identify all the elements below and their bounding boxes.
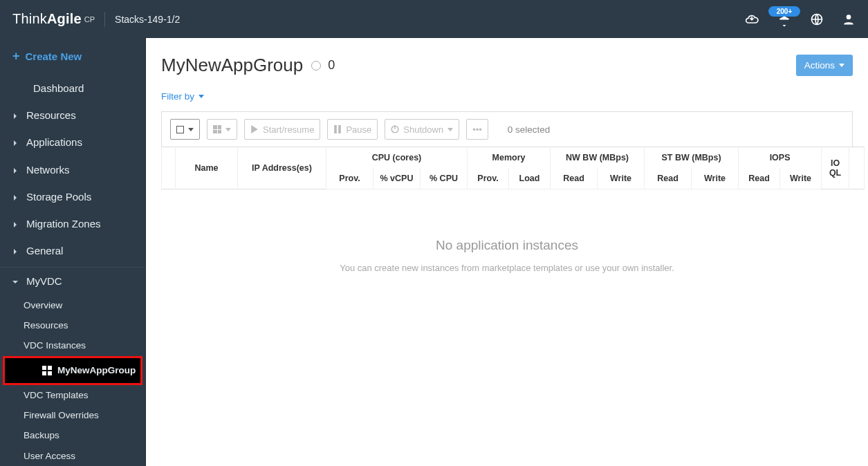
svg-point-1: [847, 15, 851, 19]
sidebar-sub-resources[interactable]: Resources: [0, 315, 145, 335]
brand-separator: [104, 12, 105, 27]
col-vcpu[interactable]: % vCPU: [373, 168, 421, 189]
chevron-down-icon: [839, 64, 844, 67]
chevron-right-icon: [12, 109, 18, 121]
chevron-down-icon: [225, 128, 231, 131]
sidebar-sub-overview[interactable]: Overview: [0, 295, 145, 315]
user-icon[interactable]: [842, 12, 856, 26]
app-group-icon: [42, 366, 52, 375]
col-ip[interactable]: IP Address(es): [238, 147, 326, 189]
start-resume-button[interactable]: Start/resume: [244, 119, 320, 140]
brand: ThinkAgile CP: [12, 11, 95, 27]
pause-icon: [333, 125, 342, 133]
sidebar-sub-user-access[interactable]: User Access: [0, 446, 145, 466]
col-mem-load[interactable]: Load: [509, 168, 551, 189]
play-icon: [250, 125, 259, 133]
col-pcpu[interactable]: % CPU: [421, 168, 468, 189]
select-all-checkbox-dropdown[interactable]: [170, 119, 200, 140]
plus-icon: +: [12, 49, 20, 64]
chevron-right-icon: [12, 245, 18, 257]
brand-text: ThinkAgile: [12, 11, 82, 27]
chevron-right-icon: [12, 191, 18, 203]
notifications-button[interactable]: 200+: [777, 12, 792, 27]
page-title: MyNewAppGroup: [161, 55, 303, 76]
create-new-label: Create New: [26, 50, 82, 62]
power-icon: [391, 125, 399, 133]
brand-suffix: CP: [84, 15, 95, 24]
bell-icon: [777, 15, 791, 28]
ellipsis-icon: •••: [472, 124, 482, 135]
sidebar: + Create New Dashboard Resources Applica…: [0, 38, 146, 466]
chevron-right-icon: [12, 218, 18, 230]
col-iops-read[interactable]: Read: [739, 168, 780, 189]
col-name[interactable]: Name: [176, 147, 238, 189]
top-header: ThinkAgile CP Stacks-149-1/2 200+: [0, 0, 868, 38]
col-group-nwbw: NW BW (MBps): [551, 147, 645, 169]
sidebar-item-dashboard[interactable]: Dashboard: [0, 75, 145, 102]
status-indicator-icon: [311, 61, 321, 71]
col-ioql[interactable]: IO QL: [822, 147, 849, 189]
sidebar-item-resources[interactable]: Resources: [0, 102, 145, 129]
svg-rect-3: [395, 125, 396, 129]
header-icons: 200+: [745, 12, 856, 27]
highlight-box: MyNewAppGroup: [3, 356, 142, 385]
chevron-down-icon: [198, 95, 204, 98]
col-nw-read[interactable]: Read: [551, 168, 598, 189]
col-st-read[interactable]: Read: [645, 168, 692, 189]
page-header: MyNewAppGroup 0 Actions: [161, 55, 853, 76]
chevron-right-icon: [12, 136, 18, 148]
instance-count: 0: [328, 58, 335, 73]
col-mem-prov[interactable]: Prov.: [468, 168, 509, 189]
sidebar-sub-backups[interactable]: Backups: [0, 425, 145, 445]
sidebar-item-applications[interactable]: Applications: [0, 129, 145, 156]
sidebar-item-storage-pools[interactable]: Storage Pools: [0, 183, 145, 210]
col-checkbox: [162, 147, 176, 189]
chevron-down-icon: [12, 275, 18, 287]
cloud-download-icon[interactable]: [745, 12, 759, 26]
empty-title: No application instances: [161, 238, 853, 253]
col-group-cpu: CPU (cores): [326, 147, 468, 169]
sidebar-item-migration-zones[interactable]: Migration Zones: [0, 210, 145, 237]
instances-table: Name IP Address(es) CPU (cores) Memory N…: [161, 147, 865, 189]
sidebar-item-general[interactable]: General: [0, 237, 145, 264]
grid-icon: [213, 125, 221, 133]
create-new-button[interactable]: + Create New: [0, 38, 145, 75]
sidebar-sub-firewall-overrides[interactable]: Firewall Overrides: [0, 405, 145, 425]
chevron-down-icon: [447, 128, 453, 131]
selected-count: 0 selected: [508, 124, 551, 135]
col-iops-write[interactable]: Write: [780, 168, 822, 189]
globe-icon[interactable]: [810, 12, 824, 26]
filter-label: Filter by: [161, 91, 194, 102]
col-group-memory: Memory: [468, 147, 551, 169]
stack-label[interactable]: Stacks-149-1/2: [115, 14, 180, 25]
shutdown-dropdown-button[interactable]: Shutdown: [385, 119, 459, 140]
empty-subtitle: You can create new instances from market…: [161, 263, 853, 273]
chevron-down-icon: [188, 128, 194, 131]
view-mode-dropdown[interactable]: [207, 119, 237, 140]
col-group-stbw: ST BW (MBps): [645, 147, 739, 169]
sidebar-item-myvdc[interactable]: MyVDC: [0, 268, 145, 295]
sidebar-app-group-selected[interactable]: MyNewAppGroup: [5, 358, 140, 383]
col-group-iops: IOPS: [739, 147, 822, 169]
sidebar-sub-vdc-templates[interactable]: VDC Templates: [0, 385, 145, 405]
actions-label: Actions: [804, 60, 835, 71]
toolbar: Start/resume Pause Shutdown ••• 0 select…: [161, 111, 853, 147]
checkbox-icon: [176, 126, 184, 133]
more-actions-button[interactable]: •••: [466, 119, 488, 140]
sidebar-app-group-label: MyNewAppGroup: [57, 365, 136, 375]
col-nw-write[interactable]: Write: [598, 168, 645, 189]
col-cpu-prov[interactable]: Prov.: [326, 168, 373, 189]
chevron-right-icon: [12, 164, 18, 176]
filter-by-dropdown[interactable]: Filter by: [161, 91, 853, 102]
main-content: MyNewAppGroup 0 Actions Filter by Start/…: [146, 38, 868, 466]
actions-dropdown-button[interactable]: Actions: [796, 55, 853, 76]
empty-state: No application instances You can create …: [161, 189, 853, 273]
sidebar-item-networks[interactable]: Networks: [0, 156, 145, 183]
sidebar-sub-vdc-instances[interactable]: VDC Instances: [0, 335, 145, 355]
col-extra: [849, 147, 865, 189]
col-st-write[interactable]: Write: [692, 168, 739, 189]
pause-button[interactable]: Pause: [327, 119, 378, 140]
